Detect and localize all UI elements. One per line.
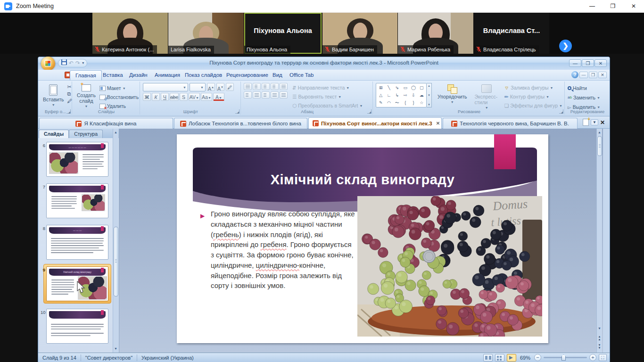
decrease-indent-button[interactable] <box>262 83 270 90</box>
participant-tile[interactable]: Катерина Антонюк (... <box>92 13 168 54</box>
change-case-button[interactable]: Aa▼ <box>201 93 212 101</box>
ppt-minimize-button[interactable]: — <box>569 59 581 67</box>
slides-panel-scrollbar[interactable]: ▲ ▼ <box>113 129 118 353</box>
shape-fill-button[interactable]: 🜄Заливка фигуры▼ <box>504 83 562 92</box>
shape-down-arrow-icon[interactable]: ⇩ <box>412 93 415 98</box>
bold-button[interactable]: Ж <box>143 93 151 101</box>
slide-sorter-view-button[interactable] <box>495 354 504 362</box>
scroll-down-icon[interactable]: ▼ <box>113 346 118 352</box>
participant-tile[interactable]: Марина Рябенька <box>398 13 473 54</box>
shape-scribble-icon[interactable]: ✎ <box>379 101 383 105</box>
tab-office-tab[interactable]: Office Tab <box>284 70 319 80</box>
tab-review[interactable]: Рецензирование <box>221 70 273 80</box>
shapes-gallery[interactable]: ⊞╲⇘▭◯▢ △∟↳⇨⇩☁ ✎◠〜{}☆ <box>376 83 427 107</box>
grapes-photo[interactable]: Domus t lutiss <box>357 196 542 337</box>
shape-rectangle-icon[interactable]: ▭ <box>403 86 407 90</box>
participant-tile[interactable]: Larisa Fialkovska <box>168 13 244 54</box>
doc-tab[interactable]: Технологія червоного вина, Барчишен В. В… <box>443 118 578 129</box>
tab-home[interactable]: Главная <box>70 70 102 80</box>
slide-show-view-button[interactable] <box>507 354 516 362</box>
italic-button[interactable]: К <box>152 93 160 101</box>
shape-right-arrow-icon[interactable]: ⇨ <box>404 93 407 98</box>
doc-tab-close-icon[interactable]: ✕ <box>436 121 440 126</box>
slide-6-thumbnail[interactable]: — — — — — — <box>46 142 108 177</box>
shape-arrow-icon[interactable]: ⇘ <box>396 86 399 90</box>
shape-cloud-icon[interactable]: ☁ <box>420 93 424 98</box>
panel-tab-slides[interactable]: Слайды <box>39 130 69 138</box>
child-maximize-button[interactable]: ❐ <box>589 72 597 78</box>
arrange-button[interactable]: Упорядочить▼ <box>436 83 469 105</box>
language-indicator[interactable]: Украинский (Украина) <box>137 355 198 361</box>
quick-styles-button[interactable]: Экспресс-стили▼ <box>472 83 500 111</box>
underline-button[interactable]: Ч <box>161 93 169 101</box>
clipboard-dialog-launcher[interactable] <box>66 109 71 114</box>
tab-slideshow[interactable]: Показ слайдов <box>180 70 227 80</box>
numbering-button[interactable] <box>253 83 261 90</box>
line-spacing-button[interactable] <box>280 83 288 90</box>
shape-rounded-rect-icon[interactable]: ▢ <box>420 86 424 90</box>
zoom-in-button[interactable]: + <box>589 354 596 361</box>
paragraph-dialog-launcher[interactable] <box>367 109 372 114</box>
layout-button[interactable]: Макет▼ <box>99 84 139 92</box>
text-direction-button[interactable]: ⇵Направление текста▼ <box>292 83 363 92</box>
increase-indent-button[interactable] <box>271 83 279 90</box>
slide-10-thumbnail[interactable] <box>46 309 108 344</box>
main-vertical-scrollbar[interactable]: ▲ ▼ ▲▲ ▼▼ <box>596 129 602 353</box>
reset-button[interactable]: Восстановить <box>99 93 139 101</box>
find-button[interactable]: Найти <box>568 84 607 92</box>
panel-tab-outline[interactable]: Структура <box>69 130 103 138</box>
zoom-slider[interactable] <box>544 357 587 358</box>
shape-right-brace-icon[interactable]: } <box>413 101 414 105</box>
shape-elbow-icon[interactable]: ∟ <box>387 93 391 98</box>
doc-tab-active[interactable]: Піхунова Сорт виног...актори якості лек.… <box>308 117 442 129</box>
text-shadow-button[interactable]: S <box>180 93 188 101</box>
grow-font-button[interactable]: A▲ <box>207 83 215 91</box>
shape-arc-icon[interactable]: ◠ <box>387 101 391 105</box>
participant-tile[interactable]: Владислава Ст... Владислава Стрілець <box>474 13 549 54</box>
fit-to-window-button[interactable]: ⛶ <box>599 354 607 361</box>
font-name-combobox[interactable]: ▼ <box>143 83 188 91</box>
tab-design[interactable]: Дизайн <box>124 70 153 80</box>
drawing-dialog-launcher[interactable] <box>559 109 563 114</box>
align-text-button[interactable]: ☰Выровнять текст▼ <box>292 92 363 101</box>
font-size-combobox[interactable]: ▼ <box>190 83 206 91</box>
cut-icon[interactable]: ✂ <box>67 84 73 90</box>
doc-tab[interactable]: Я Класифікація вина <box>39 118 173 129</box>
shape-triangle-icon[interactable]: △ <box>379 93 382 98</box>
slide-7-thumbnail[interactable] <box>46 183 108 218</box>
columns-button[interactable] <box>280 91 288 99</box>
font-color-button[interactable]: A▼ <box>213 93 224 101</box>
replace-button[interactable]: abЗаменить▼ <box>568 93 607 102</box>
doc-tab[interactable]: Лобасюк Технологія в...товлення білого в… <box>174 118 307 129</box>
align-center-button[interactable] <box>253 91 261 99</box>
new-slide-button[interactable]: Создать слайд▼ <box>75 83 98 110</box>
align-right-button[interactable] <box>262 91 270 99</box>
ppt-maximize-button[interactable]: ❐ <box>582 59 594 67</box>
shape-curve-icon[interactable]: 〜 <box>395 101 399 105</box>
scroll-up-icon[interactable]: ▲ <box>113 130 118 135</box>
shape-star-icon[interactable]: ☆ <box>420 101 423 105</box>
paste-button[interactable]: Вставить▼ <box>41 83 66 108</box>
shape-oval-icon[interactable]: ◯ <box>411 86 416 90</box>
scrollbar-thumb[interactable] <box>114 227 118 296</box>
clear-formatting-button[interactable]: 🖉 <box>226 83 234 91</box>
next-slide-button[interactable]: ▼▼ <box>597 344 602 349</box>
shape-connector-icon[interactable]: ↳ <box>396 93 399 98</box>
justify-button[interactable] <box>271 91 279 99</box>
tab-list-dropdown[interactable]: ▼ <box>591 119 598 125</box>
slide-editing-area[interactable]: Хімічний склад винограду ▶ Гроно виногра… <box>119 129 603 353</box>
close-document-button[interactable]: ✕ <box>600 119 605 126</box>
zoom-close-button[interactable]: ✕ <box>623 0 644 13</box>
ppt-close-button[interactable]: ✕ <box>594 59 607 67</box>
scroll-down-icon[interactable]: ▼ <box>597 326 602 331</box>
zoom-maximize-button[interactable]: ❐ <box>603 0 623 13</box>
bullets-button[interactable] <box>244 83 252 90</box>
shape-outline-button[interactable]: ✏Контур фигуры▼ <box>504 92 562 101</box>
shrink-font-button[interactable]: A▼ <box>216 83 224 91</box>
shapes-gallery-scroll[interactable]: ▲▼▼ <box>427 83 432 107</box>
slide-9-thumbnail[interactable]: Хімічний склад винограду <box>46 266 108 301</box>
zoom-out-button[interactable]: − <box>534 354 541 361</box>
scrollbar-thumb[interactable] <box>597 136 602 156</box>
current-slide-canvas[interactable]: Хімічний склад винограду ▶ Гроно виногра… <box>177 134 548 343</box>
zoom-slider-thumb[interactable] <box>561 354 566 361</box>
